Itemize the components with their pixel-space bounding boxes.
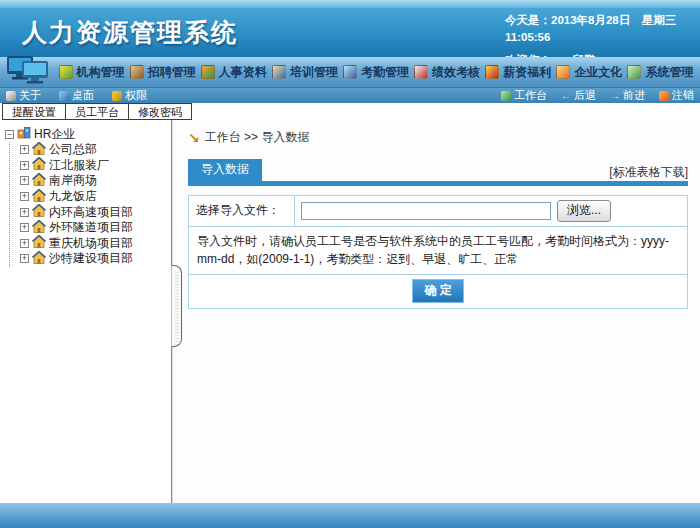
toolbar-item-label: 后退 [574,88,596,103]
about-icon [6,91,16,101]
main-content: ↘ 工作台 >> 导入数据 导入数据 [标准表格下载] 选择导入文件： 浏览..… [172,120,700,503]
menu-item-training-management[interactable]: 培训管理 [272,64,338,81]
back-icon: ← [561,91,571,101]
recruit-management-icon [130,65,144,79]
house-icon [32,189,46,205]
browse-button[interactable]: 浏览... [557,200,611,222]
file-select-row: 选择导入文件： 浏览... [189,196,687,227]
menu-item-corporate-culture[interactable]: 企业文化 [556,64,622,81]
current-date-time: 今天是：2013年8月28日 星期三 11:05:56 [505,12,690,45]
house-icon [32,204,46,220]
tree-item-label: 内环高速项目部 [49,204,133,221]
menu-item-performance-review[interactable]: 绩效考核 [414,64,480,81]
toolbar-right: 工作台←后退→前进注销 [501,88,694,103]
tree-item[interactable]: +九龙饭店 [20,189,171,205]
toolbar-item-desktop[interactable]: 桌面 [59,88,94,103]
standard-template-download-link[interactable]: [标准表格下载] [609,164,688,181]
menu-item-label: 人事资料 [219,64,267,81]
house-icon [32,173,46,189]
footer-bar [0,503,700,528]
top-stripe [0,0,700,8]
expand-icon[interactable]: + [20,176,29,185]
tab-underline-bar [188,181,688,186]
breadcrumb: ↘ 工作台 >> 导入数据 [188,129,688,146]
tree-item-label: 外环隧道项目部 [49,219,133,236]
import-form: 选择导入文件： 浏览... 导入文件时，请确认员工工号是否与软件系统中的员工工号… [188,195,688,309]
toolbar-item-label: 工作台 [514,88,547,103]
house-icon [32,251,46,267]
attendance-management-icon [343,65,357,79]
tab-employee-platform[interactable]: 员工平台 [65,103,129,120]
tree-item-label: 重庆机场项目部 [49,235,133,252]
tree-item[interactable]: +外环隧道项目部 [20,220,171,236]
content-tabstrip: 导入数据 [标准表格下载] [188,159,688,186]
toolbar-item-label: 关于 [19,88,41,103]
privileges-icon [112,91,122,101]
tree-item-label: 沙特建设项目部 [49,250,133,267]
menu-item-salary-benefits[interactable]: 薪资福利 [485,64,551,81]
menu-item-label: 绩效考核 [432,64,480,81]
tree-item[interactable]: +重庆机场项目部 [20,236,171,252]
import-file-input[interactable] [301,202,551,220]
tree-item-label: 公司总部 [49,141,97,158]
menu-items: 机构管理招聘管理人事资料培训管理考勤管理绩效考核薪资福利企业文化系统管理 [56,64,700,81]
confirm-button[interactable]: 确 定 [412,279,463,303]
file-select-field: 浏览... [295,196,687,226]
main-menu-bar: 机构管理招聘管理人事资料培训管理考勤管理绩效考核薪资福利企业文化系统管理 [0,57,700,88]
org-tree-sidebar: − HR企业 +公司总部+江北服装厂+南岸商场+九龙饭店+内环高速项目部+外环隧… [0,120,172,503]
menu-item-recruit-management[interactable]: 招聘管理 [130,64,196,81]
tree-item[interactable]: +内环高速项目部 [20,204,171,220]
toolbar-item-back[interactable]: ←后退 [561,88,596,103]
tree-root-hr[interactable]: − HR企业 [5,126,171,142]
menu-item-label: 薪资福利 [503,64,551,81]
collapse-icon[interactable]: − [5,130,14,139]
system-management-icon [627,65,641,79]
menu-item-system-management[interactable]: 系统管理 [627,64,693,81]
body-row: − HR企业 +公司总部+江北服装厂+南岸商场+九龙饭店+内环高速项目部+外环隧… [0,120,700,503]
tree-item[interactable]: +公司总部 [20,142,171,158]
expand-icon[interactable]: + [20,145,29,154]
training-management-icon [272,65,286,79]
toolbar-item-forward[interactable]: →前进 [610,88,645,103]
menu-item-label: 考勤管理 [361,64,409,81]
tab-reminder-settings[interactable]: 提醒设置 [2,103,66,120]
expand-icon[interactable]: + [20,161,29,170]
toolbar-item-logout[interactable]: 注销 [659,88,694,103]
toolbar-item-privileges[interactable]: 权限 [112,88,147,103]
menu-item-label: 培训管理 [290,64,338,81]
expand-icon[interactable]: + [20,208,29,217]
tree-item-label: 九龙饭店 [49,188,97,205]
tree-item[interactable]: +沙特建设项目部 [20,251,171,267]
toolbar-item-label: 前进 [623,88,645,103]
house-icon [32,157,46,173]
tree-root-label: HR企业 [34,126,75,143]
expand-icon[interactable]: + [20,254,29,263]
sidebar-splitter-handle[interactable] [171,265,182,347]
import-note: 导入文件时，请确认员工工号是否与软件系统中的员工工号匹配，考勤时间格式为：yyy… [189,227,687,275]
menu-item-org-management[interactable]: 机构管理 [59,64,125,81]
desktop-icon [59,91,69,101]
toolbar-item-label: 桌面 [72,88,94,103]
toolbar-item-workbench[interactable]: 工作台 [501,88,547,103]
expand-icon[interactable]: + [20,239,29,248]
tab-change-password[interactable]: 修改密码 [128,103,192,120]
company-icon [17,126,31,142]
menu-item-attendance-management[interactable]: 考勤管理 [343,64,409,81]
expand-icon[interactable]: + [20,192,29,201]
computer-icon [6,55,52,89]
house-icon [32,220,46,236]
forward-icon: → [610,91,620,101]
tab-import-data[interactable]: 导入数据 [188,159,262,181]
tree-item-label: 南岸商场 [49,172,97,189]
expand-icon[interactable]: + [20,223,29,232]
toolbar-item-about[interactable]: 关于 [6,88,41,103]
toolbar-item-label: 注销 [672,88,694,103]
logout-icon [659,91,669,101]
menu-item-personnel-files[interactable]: 人事资料 [201,64,267,81]
tree-item[interactable]: +江北服装厂 [20,158,171,174]
house-icon [32,142,46,158]
performance-review-icon [414,65,428,79]
org-management-icon [59,65,73,79]
breadcrumb-text: 工作台 >> 导入数据 [205,129,310,146]
tree-item[interactable]: +南岸商场 [20,173,171,189]
